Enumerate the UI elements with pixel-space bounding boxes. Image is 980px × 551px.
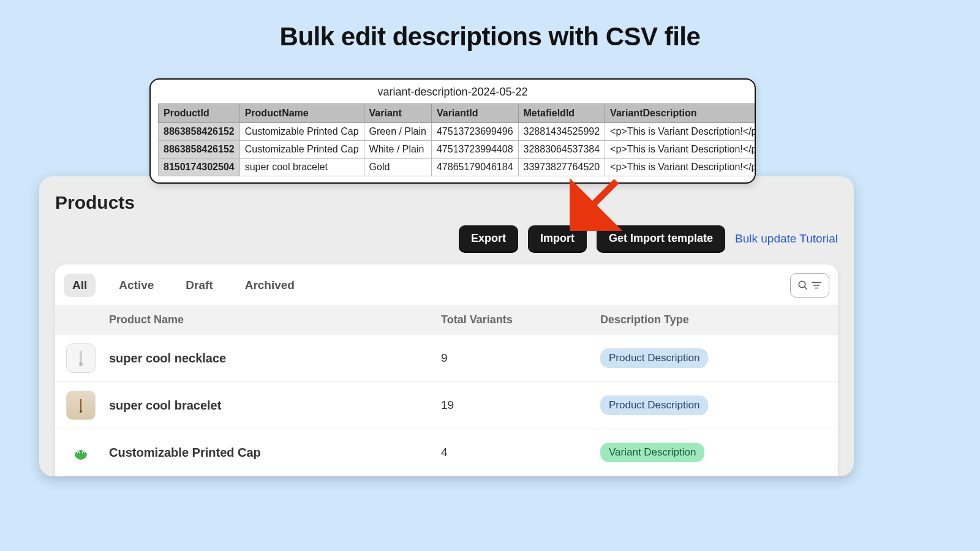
product-variants: 4: [441, 446, 600, 459]
svg-point-13: [83, 452, 84, 454]
product-name: Customizable Printed Cap: [109, 446, 441, 460]
csv-cell: <p>This is Variant Description!</p>: [605, 123, 756, 141]
csv-header: ProductId: [159, 104, 240, 123]
csv-row: 8863858426152 Customizable Printed Cap W…: [159, 141, 756, 159]
action-bar: Export Import Get Import template Bulk u…: [459, 225, 838, 252]
svg-line-0: [581, 181, 617, 217]
csv-cell: 8150174302504: [159, 159, 240, 176]
csv-header: ProductName: [239, 104, 364, 123]
product-name: super cool bracelet: [109, 399, 441, 413]
description-type-badge: Variant Description: [600, 443, 704, 462]
filter-icon: [811, 280, 822, 291]
product-thumbnail: [66, 343, 96, 373]
tabs: All Active Draft Archived: [55, 264, 838, 305]
csv-cell: Gold: [364, 159, 431, 176]
csv-cell: super cool bracelet: [239, 159, 364, 176]
csv-cell: 33973827764520: [518, 159, 605, 176]
table-header: Product Name Total Variants Description …: [55, 305, 838, 335]
csv-cell: Customizable Printed Cap: [239, 141, 364, 159]
csv-row: 8150174302504 super cool bracelet Gold 4…: [159, 159, 756, 176]
csv-cell: 32883064537384: [518, 141, 605, 159]
product-thumbnail: [66, 391, 96, 420]
csv-cell: Customizable Printed Cap: [239, 123, 364, 141]
csv-header: MetafieldId: [518, 104, 605, 123]
export-button[interactable]: Export: [459, 225, 518, 252]
csv-row: 8863858426152 Customizable Printed Cap G…: [159, 123, 756, 141]
csv-cell: 8863858426152: [159, 141, 240, 159]
arrow-annotation-icon: [570, 176, 625, 231]
csv-cell: <p>This is Variant Description!</p>: [605, 141, 756, 159]
svg-point-7: [79, 362, 83, 366]
csv-cell: Green / Plain: [364, 123, 431, 141]
csv-cell: 8863858426152: [159, 123, 240, 141]
col-header-variants: Total Variants: [441, 313, 600, 326]
csv-cell: 32881434525992: [518, 123, 605, 141]
svg-point-9: [80, 410, 82, 413]
csv-header: Variant: [364, 104, 431, 123]
description-type-badge: Product Description: [600, 348, 708, 368]
tab-active[interactable]: Active: [110, 274, 162, 297]
svg-point-12: [78, 452, 79, 454]
svg-line-2: [804, 287, 807, 290]
csv-preview-card: variant-description-2024-05-22 ProductId…: [149, 78, 756, 184]
col-header-type: Description Type: [600, 313, 827, 326]
csv-cell: White / Plain: [364, 141, 431, 159]
product-row[interactable]: super cool necklace 9 Product Descriptio…: [55, 335, 838, 382]
products-panel: Products Export Import Get Import templa…: [39, 176, 854, 476]
svg-rect-8: [80, 399, 81, 411]
product-variants: 9: [441, 351, 600, 365]
csv-filename: variant-description-2024-05-22: [151, 80, 755, 103]
tab-all[interactable]: All: [64, 274, 96, 297]
svg-point-1: [799, 281, 805, 288]
product-row[interactable]: super cool bracelet 19 Product Descripti…: [55, 382, 838, 429]
csv-table: ProductId ProductName Variant VariantId …: [158, 103, 756, 176]
product-name: super cool necklace: [109, 351, 441, 365]
csv-cell: 47865179046184: [431, 159, 518, 176]
description-type-badge: Product Description: [600, 395, 708, 415]
product-list-card: All Active Draft Archived Product Name T…: [55, 264, 838, 476]
bulk-update-tutorial-link[interactable]: Bulk update Tutorial: [735, 232, 838, 246]
csv-cell: <p>This is Variant Description!</p>: [605, 159, 756, 176]
col-header-name: Product Name: [109, 313, 441, 326]
csv-header: VariantDescription: [605, 104, 756, 123]
csv-cell: 47513723994408: [431, 141, 518, 159]
page-title: Bulk edit descriptions with CSV file: [0, 0, 980, 51]
tab-archived[interactable]: Archived: [236, 274, 303, 297]
tab-draft[interactable]: Draft: [177, 274, 221, 297]
csv-cell: 47513723699496: [431, 123, 518, 141]
product-thumbnail: [66, 438, 96, 467]
csv-header: VariantId: [431, 104, 518, 123]
svg-rect-6: [80, 351, 82, 363]
product-variants: 19: [441, 399, 600, 412]
search-icon: [797, 280, 809, 291]
search-filter-button[interactable]: [790, 273, 829, 298]
product-row[interactable]: Customizable Printed Cap 4 Variant Descr…: [55, 429, 838, 476]
